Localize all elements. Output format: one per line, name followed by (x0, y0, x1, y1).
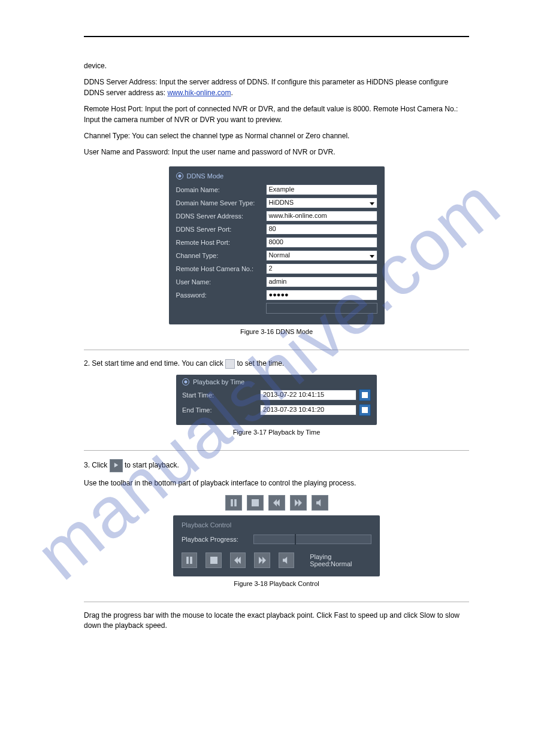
label-domain-name: Domain Name: (176, 186, 266, 193)
slow-button[interactable] (230, 552, 246, 568)
ddns-panel-title: DDNS Mode (187, 172, 224, 180)
ddns-url-link[interactable]: www.hik-online.com (167, 89, 231, 97)
mute-button[interactable] (279, 552, 294, 568)
svg-rect-3 (186, 557, 189, 564)
playing-speed-label: Playing Speed:Normal (310, 553, 371, 567)
calendar-picker-icon[interactable] (359, 404, 371, 416)
input-end-time[interactable]: 2013-07-23 10:41:20 (260, 405, 356, 415)
input-start-time[interactable]: 2013-07-22 10:41:15 (260, 390, 356, 400)
figure-caption-2: Figure 3-17 Playback by Time (84, 429, 469, 436)
select-channel-type[interactable]: Normal (266, 250, 377, 261)
fast-button[interactable] (290, 495, 307, 511)
pause-button[interactable] (225, 495, 242, 511)
pause-button[interactable] (182, 552, 197, 568)
label-server-port: DDNS Server Port: (176, 226, 266, 233)
svg-rect-2 (252, 499, 259, 506)
radio-icon[interactable] (182, 378, 189, 385)
label-password: Password: (176, 292, 266, 299)
play-start-button[interactable] (110, 459, 123, 472)
input-password[interactable]: ●●●●● (266, 290, 377, 300)
input-remote-camera-no[interactable]: 2 (266, 263, 377, 274)
ddns-mode-panel: DDNS Mode Domain Name:Example Domain Nam… (169, 166, 385, 324)
input-server-port[interactable]: 80 (266, 224, 377, 235)
playback-progress-label: Playback Progress: (182, 536, 253, 543)
playback-control-panel: Playback Control Playback Progress: Play… (173, 515, 380, 576)
body-text-3: Remote Host Port: Input the port of conn… (84, 104, 469, 125)
svg-rect-4 (190, 557, 192, 564)
svg-rect-1 (234, 499, 237, 506)
body-text-5: User Name and Password: Input the user n… (84, 147, 469, 157)
stop-button[interactable] (247, 495, 264, 511)
input-empty[interactable] (266, 303, 377, 314)
input-user-name[interactable]: admin (266, 277, 377, 287)
mute-button[interactable] (312, 495, 328, 511)
playback-by-time-panel: Playback by Time Start Time:2013-07-22 1… (176, 375, 377, 425)
input-server-address[interactable]: www.hik-online.com (266, 211, 377, 221)
radio-icon[interactable] (176, 172, 183, 180)
svg-rect-0 (231, 499, 233, 506)
fast-button[interactable] (254, 552, 270, 568)
label-end-time: End Time: (182, 406, 260, 414)
calendar-icon[interactable] (225, 359, 235, 369)
stop-button[interactable] (205, 552, 221, 568)
body-text-2: DDNS Server Address: Input the server ad… (84, 77, 469, 98)
label-remote-camera-no: Remote Host Camera No.: (176, 265, 266, 272)
step2-text: 2. Set start time and end time. You can … (84, 359, 469, 369)
playback-toolbar (84, 495, 469, 511)
label-user-name: User Name: (176, 278, 266, 286)
label-channel-type: Channel Type: (176, 252, 266, 259)
label-start-time: Start Time: (182, 391, 260, 399)
input-domain-name[interactable]: Example (266, 184, 377, 195)
figure-caption-3: Figure 3-18 Playback Control (84, 580, 469, 587)
label-remote-host-port: Remote Host Port: (176, 239, 266, 246)
step-toolbar-text: Use the toolbar in the bottom part of pl… (84, 478, 469, 488)
select-server-type[interactable]: HiDDNS (266, 198, 377, 208)
slow-button[interactable] (268, 495, 285, 511)
label-server-type: Domain Name Sever Type: (176, 199, 266, 207)
body-text-1: device. (84, 61, 469, 71)
playback-time-title: Playback by Time (193, 378, 244, 385)
step3-text: 3. Click to start playback. (84, 459, 469, 472)
svg-rect-5 (210, 557, 217, 564)
label-server-address: DDNS Server Address: (176, 212, 266, 220)
body-text-footer: Drag the progress bar with the mouse to … (84, 611, 469, 631)
calendar-picker-icon[interactable] (359, 389, 371, 401)
body-text-4: Channel Type: You can select the channel… (84, 131, 469, 141)
playback-control-title: Playback Control (182, 521, 371, 529)
input-remote-host-port[interactable]: 8000 (266, 237, 377, 248)
playback-progress-bar[interactable] (253, 535, 371, 544)
figure-caption-1: Figure 3-16 DDNS Mode (84, 328, 469, 335)
